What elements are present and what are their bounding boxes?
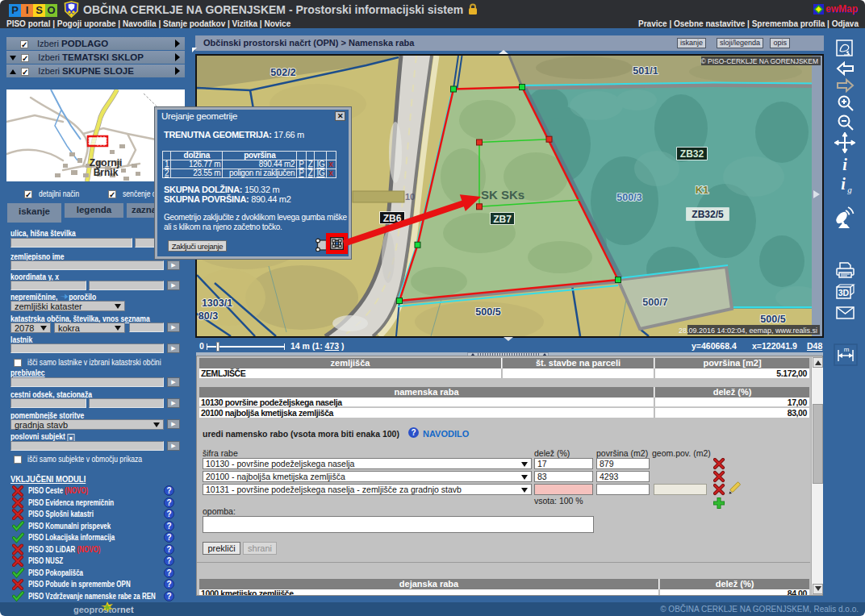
- svg-text:i: i: [841, 175, 846, 193]
- svg-text:© PISO-CERKLJE NA GORENJSKEM: © PISO-CERKLJE NA GORENJSKEM: [700, 57, 818, 65]
- svg-text:3D: 3D: [838, 288, 850, 298]
- svg-text:ZB6: ZB6: [383, 213, 402, 224]
- svg-text:ZB32/5: ZB32/5: [692, 209, 724, 220]
- svg-text:500/3: 500/3: [616, 192, 641, 203]
- svg-text:502/2: 502/2: [270, 67, 295, 78]
- svg-text:SK SKs: SK SKs: [481, 188, 524, 202]
- svg-text:1303/1: 1303/1: [202, 298, 232, 309]
- svg-text:i: i: [842, 156, 847, 173]
- svg-text:500/5: 500/5: [760, 314, 785, 325]
- svg-text:80/3: 80/3: [198, 310, 218, 322]
- svg-text:ZB32: ZB32: [680, 148, 704, 160]
- svg-text:501/1: 501/1: [633, 65, 658, 77]
- svg-text:28.09.2016 14:02:04, eemap, ww: 28.09.2016 14:02:04, eemap, www.realis.s…: [679, 327, 817, 335]
- svg-text:K1: K1: [696, 184, 709, 196]
- svg-text:10: 10: [405, 192, 415, 202]
- svg-text:500/5: 500/5: [475, 306, 500, 318]
- svg-text:Brnik: Brnik: [94, 167, 119, 178]
- svg-text:ZB7: ZB7: [493, 214, 512, 225]
- svg-text:m: m: [844, 346, 850, 353]
- svg-text:500/7: 500/7: [642, 297, 667, 308]
- svg-text:g: g: [847, 185, 852, 194]
